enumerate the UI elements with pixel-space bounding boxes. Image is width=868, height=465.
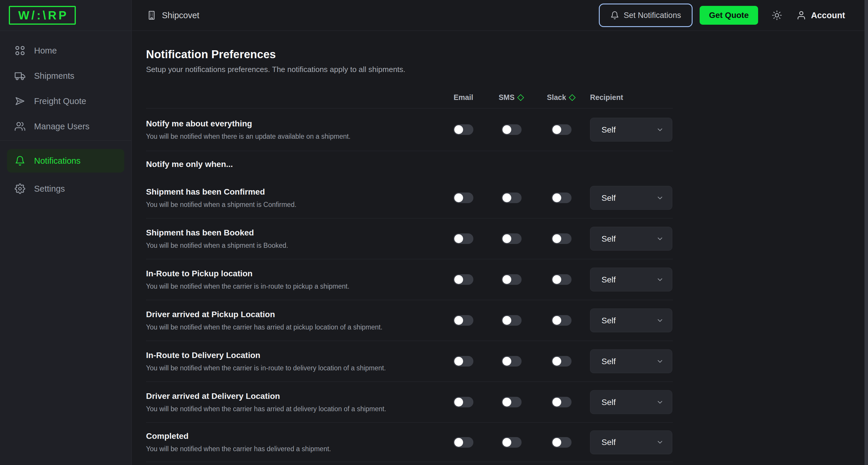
slack-toggle[interactable] bbox=[552, 356, 571, 367]
gear-icon bbox=[15, 183, 25, 194]
column-header-recipient: Recipient bbox=[590, 93, 623, 102]
section-header-row: Notify me only when... bbox=[146, 151, 673, 178]
users-icon bbox=[15, 121, 25, 132]
pref-row-arrived-pickup: Driver arrived at Pickup Location You wi… bbox=[146, 300, 673, 341]
recipient-value: Self bbox=[601, 193, 616, 203]
sms-toggle[interactable] bbox=[502, 234, 522, 244]
set-notifications-button[interactable]: Set Notifications bbox=[599, 3, 692, 27]
email-toggle[interactable] bbox=[454, 274, 473, 285]
toggle-knob bbox=[454, 398, 463, 406]
email-toggle[interactable] bbox=[454, 234, 473, 244]
building-icon bbox=[147, 10, 157, 20]
preferences-table: Email SMS Slack Recipient bbox=[146, 83, 673, 462]
sidebar-item-home[interactable]: Home bbox=[0, 38, 131, 63]
recipient-select[interactable]: Self bbox=[590, 268, 672, 291]
warp-logo[interactable]: W/:\RP bbox=[9, 6, 76, 25]
toggle-knob bbox=[454, 275, 463, 284]
recipient-select[interactable]: Self bbox=[590, 430, 672, 454]
chevron-down-icon bbox=[656, 438, 664, 446]
company-switcher[interactable]: Shipcovet bbox=[147, 10, 199, 20]
get-quote-button[interactable]: Get Quote bbox=[700, 6, 758, 25]
slack-toggle[interactable] bbox=[552, 274, 571, 285]
user-icon bbox=[796, 10, 806, 20]
sidebar-item-shipments[interactable]: Shipments bbox=[0, 63, 131, 89]
topbar: Shipcovet Set Notifications Get Quote Ac… bbox=[132, 0, 868, 31]
recipient-select[interactable]: Self bbox=[590, 309, 672, 333]
premium-diamond-icon bbox=[568, 94, 576, 101]
sms-toggle[interactable] bbox=[502, 124, 522, 135]
grid-icon bbox=[15, 45, 25, 56]
app-window: W/:\RP Home Shipments Freight Quote bbox=[0, 0, 868, 465]
sms-toggle[interactable] bbox=[502, 356, 522, 367]
theme-toggle-button[interactable] bbox=[772, 10, 782, 21]
toggle-knob bbox=[454, 438, 463, 447]
sidebar-divider bbox=[0, 141, 131, 141]
recipient-select[interactable]: Self bbox=[590, 186, 672, 210]
sms-toggle[interactable] bbox=[502, 192, 522, 203]
sidebar-item-label: Home bbox=[34, 46, 57, 56]
table-header-row: Email SMS Slack Recipient bbox=[146, 83, 673, 108]
recipient-value: Self bbox=[601, 438, 616, 447]
recipient-select[interactable]: Self bbox=[590, 349, 672, 373]
account-menu[interactable]: Account bbox=[796, 10, 845, 20]
sidebar-item-notifications[interactable]: Notifications bbox=[7, 149, 124, 173]
pref-row-confirmed: Shipment has been Confirmed You will be … bbox=[146, 178, 673, 218]
bell-icon bbox=[610, 11, 619, 20]
sidebar-item-label: Freight Quote bbox=[34, 96, 86, 106]
sidebar-item-label: Shipments bbox=[34, 71, 74, 81]
toggle-knob bbox=[552, 234, 561, 243]
slack-toggle[interactable] bbox=[552, 234, 571, 244]
recipient-select[interactable]: Self bbox=[590, 227, 672, 251]
sms-toggle[interactable] bbox=[502, 274, 522, 285]
toggle-knob bbox=[552, 438, 561, 447]
pref-row-arrived-delivery: Driver arrived at Delivery Location You … bbox=[146, 382, 673, 423]
chevron-down-icon bbox=[656, 398, 664, 406]
toggle-knob bbox=[552, 316, 561, 325]
send-icon bbox=[15, 96, 25, 106]
vertical-scrollbar[interactable] bbox=[865, 0, 868, 465]
slack-toggle[interactable] bbox=[552, 192, 571, 203]
sidebar-item-settings[interactable]: Settings bbox=[0, 176, 131, 202]
recipient-select[interactable]: Self bbox=[590, 390, 672, 414]
toggle-knob bbox=[502, 234, 511, 243]
pref-row-notify-everything: Notify me about everything You will be n… bbox=[146, 108, 673, 151]
sidebar-item-label: Settings bbox=[34, 184, 65, 194]
sms-toggle[interactable] bbox=[502, 437, 522, 448]
pref-row-inroute-delivery: In-Route to Delivery Location You will b… bbox=[146, 341, 673, 382]
main-content: Notification Preferences Setup your noti… bbox=[132, 31, 865, 465]
sidebar-item-label: Notifications bbox=[34, 156, 81, 166]
recipient-select[interactable]: Self bbox=[590, 118, 672, 142]
truck-icon bbox=[15, 70, 25, 81]
recipient-value: Self bbox=[601, 275, 616, 284]
email-toggle[interactable] bbox=[454, 315, 473, 326]
sms-toggle[interactable] bbox=[502, 315, 522, 326]
sms-toggle[interactable] bbox=[502, 397, 522, 407]
email-toggle[interactable] bbox=[454, 192, 473, 203]
slack-toggle[interactable] bbox=[552, 124, 571, 135]
pref-row-inroute-pickup: In-Route to Pickup location You will be … bbox=[146, 259, 673, 300]
toggle-knob bbox=[454, 234, 463, 243]
email-toggle[interactable] bbox=[454, 397, 473, 407]
toggle-knob bbox=[502, 398, 511, 406]
warp-logo-text: W/:\RP bbox=[16, 9, 68, 21]
email-toggle[interactable] bbox=[454, 124, 473, 135]
toggle-knob bbox=[454, 193, 463, 202]
chevron-down-icon bbox=[656, 126, 664, 133]
sun-icon bbox=[772, 10, 782, 21]
chevron-down-icon bbox=[656, 358, 664, 365]
slack-toggle[interactable] bbox=[552, 397, 571, 407]
slack-toggle[interactable] bbox=[552, 437, 571, 448]
slack-toggle[interactable] bbox=[552, 315, 571, 326]
email-toggle[interactable] bbox=[454, 356, 473, 367]
sidebar-header: W/:\RP bbox=[0, 0, 131, 31]
sidebar-item-manage-users[interactable]: Manage Users bbox=[0, 114, 131, 139]
account-label: Account bbox=[811, 10, 845, 20]
sidebar-item-freight-quote[interactable]: Freight Quote bbox=[0, 89, 131, 114]
toggle-knob bbox=[502, 275, 511, 284]
column-header-slack: Slack bbox=[547, 93, 576, 102]
email-toggle[interactable] bbox=[454, 437, 473, 448]
sidebar-item-label: Manage Users bbox=[34, 122, 90, 131]
toggle-knob bbox=[552, 275, 561, 284]
bell-icon bbox=[15, 155, 25, 166]
chevron-down-icon bbox=[656, 194, 664, 202]
